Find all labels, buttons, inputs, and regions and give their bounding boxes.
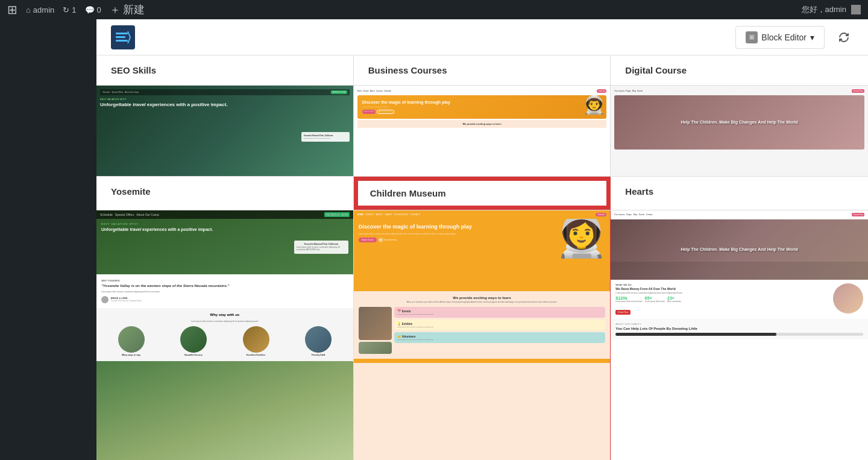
new-item-button[interactable]: ＋ 新建	[110, 2, 145, 17]
theme-preview-seo-skills: Schedule Special Offers About Our Camp R…	[96, 86, 353, 176]
row2-headers: Yosemite Children Museum Hearts	[96, 177, 868, 210]
theme-header-digital-course: Digital Course	[611, 55, 868, 85]
theme-name-hearts: Hearts	[611, 177, 868, 210]
theme-preview-hearts: Our Lessons Pages Blog Events Contact Do…	[611, 210, 868, 460]
refresh-button[interactable]	[834, 28, 854, 47]
app-logo-icon	[111, 25, 135, 49]
theme-cell-yosemite[interactable]: ScheduleSpecial OffersAbout Our Camp RES…	[96, 210, 354, 460]
admin-bar: ⊞ ⌂ admin ↻ 1 💬 0 ＋ 新建 您好，admin	[0, 0, 868, 19]
yosemite-nav: ScheduleSpecial OffersAbout Our Camp RES…	[96, 210, 353, 219]
theme-header-business-courses: Business Courses	[354, 55, 611, 85]
admin-bar-site[interactable]: ⌂ admin	[26, 5, 54, 14]
theme-cell-digital-course[interactable]: Our Lessons Pages Blog Events Donate Now…	[611, 86, 868, 176]
greeting-text: 您好，admin	[802, 4, 846, 15]
row1-themes: Schedule Special Offers About Our Camp R…	[96, 86, 868, 177]
avatar[interactable]	[851, 5, 861, 14]
home-icon: ⌂	[26, 5, 31, 14]
admin-bar-comments[interactable]: 💬 0	[85, 5, 101, 14]
svg-rect-0	[116, 33, 128, 34]
wp-logo-icon[interactable]: ⊞	[7, 2, 17, 17]
svg-rect-2	[116, 40, 128, 42]
header-right: ⊞ Block Editor ▾	[735, 26, 854, 49]
block-editor-icon: ⊞	[746, 31, 758, 43]
row2-themes: ScheduleSpecial OffersAbout Our Camp RES…	[96, 210, 868, 460]
theme-cell-business-courses[interactable]: Home Events About Courses Calendar Calen…	[354, 86, 611, 176]
theme-name-yosemite: Yosemite	[96, 177, 354, 210]
sidebar	[0, 19, 96, 460]
theme-cell-seo-skills[interactable]: Schedule Special Offers About Our Camp R…	[96, 86, 354, 176]
yosemite-quote: "Yosemite Valley is on the western slope…	[101, 283, 348, 288]
theme-preview-children-museum: HOME EVENTS ABOUT CAMPS VOLUNTEERS CONTA…	[354, 210, 611, 460]
theme-preview-business-courses: Home Events About Courses Calendar Calen…	[354, 86, 611, 176]
content-area: ⊞ Block Editor ▾ SEO S	[96, 19, 868, 460]
chevron-down-icon: ▾	[810, 33, 814, 42]
update-icon: ↻	[63, 5, 69, 14]
main-wrapper: ⊞ Block Editor ▾ SEO S	[0, 19, 868, 460]
logo-area	[111, 25, 135, 49]
theme-name-children-museum: Children Museum	[354, 177, 611, 210]
theme-preview-digital-course: Our Lessons Pages Blog Events Donate Now…	[611, 86, 868, 176]
admin-bar-left: ⊞ ⌂ admin ↻ 1 💬 0 ＋ 新建	[7, 2, 145, 17]
theme-header-seo-skills: SEO Skills	[96, 55, 354, 85]
admin-bar-updates[interactable]: ↻ 1	[63, 5, 76, 14]
row1-headers: SEO Skills Business Courses Digital Cour…	[96, 55, 868, 86]
theme-preview-yosemite: ScheduleSpecial OffersAbout Our Camp RES…	[96, 210, 353, 460]
svg-rect-1	[116, 36, 125, 38]
theme-cell-hearts[interactable]: Our Lessons Pages Blog Events Contact Do…	[611, 210, 868, 460]
comment-icon: 💬	[85, 5, 95, 14]
block-editor-button[interactable]: ⊞ Block Editor ▾	[735, 26, 825, 49]
theme-cell-children-museum[interactable]: HOME EVENTS ABOUT CAMPS VOLUNTEERS CONTA…	[354, 210, 611, 460]
top-header: ⊞ Block Editor ▾	[96, 19, 868, 55]
admin-bar-right: 您好，admin	[802, 4, 861, 15]
plus-icon: ＋	[110, 2, 121, 17]
themes-grid: SEO Skills Business Courses Digital Cour…	[96, 55, 868, 460]
